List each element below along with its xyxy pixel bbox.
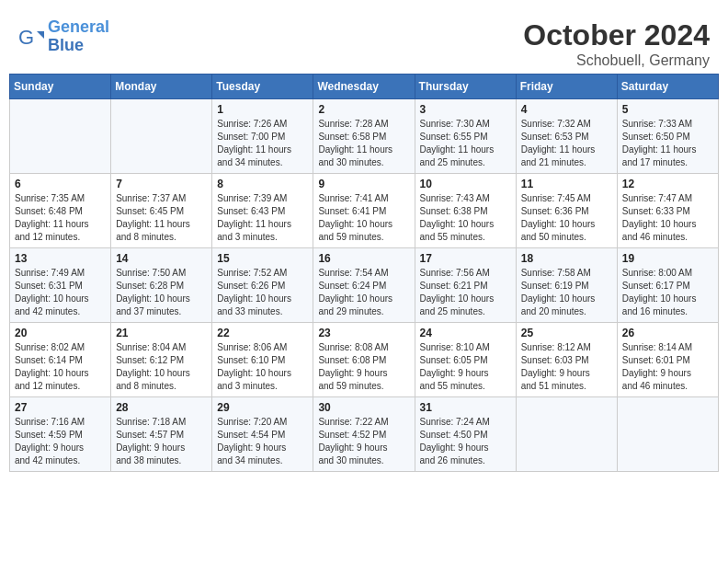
day-info: Sunrise: 7:45 AM Sunset: 6:36 PM Dayligh… <box>521 192 612 244</box>
calendar-cell: 6Sunrise: 7:35 AM Sunset: 6:48 PM Daylig… <box>10 174 111 248</box>
day-number: 11 <box>521 178 612 190</box>
day-number: 6 <box>15 178 106 190</box>
day-number: 31 <box>420 401 511 414</box>
calendar-cell <box>111 99 212 174</box>
calendar-cell: 21Sunrise: 8:04 AM Sunset: 6:12 PM Dayli… <box>111 323 212 397</box>
calendar-cell: 1Sunrise: 7:26 AM Sunset: 7:00 PM Daylig… <box>212 99 313 174</box>
calendar-cell: 17Sunrise: 7:56 AM Sunset: 6:21 PM Dayli… <box>415 248 516 323</box>
calendar-cell: 24Sunrise: 8:10 AM Sunset: 6:05 PM Dayli… <box>415 323 516 397</box>
day-number: 10 <box>420 178 511 190</box>
calendar-table: SundayMondayTuesdayWednesdayThursdayFrid… <box>9 74 719 472</box>
month-title: October 2024 <box>523 18 710 52</box>
day-info: Sunrise: 8:10 AM Sunset: 6:05 PM Dayligh… <box>420 341 511 393</box>
day-number: 24 <box>420 327 511 339</box>
day-info: Sunrise: 7:43 AM Sunset: 6:38 PM Dayligh… <box>420 192 511 244</box>
calendar-week-5: 27Sunrise: 7:16 AM Sunset: 4:59 PM Dayli… <box>10 397 719 472</box>
day-number: 25 <box>521 327 612 339</box>
day-info: Sunrise: 7:52 AM Sunset: 6:26 PM Dayligh… <box>217 267 308 318</box>
day-info: Sunrise: 7:33 AM Sunset: 6:50 PM Dayligh… <box>622 118 713 169</box>
day-number: 20 <box>15 327 106 339</box>
day-info: Sunrise: 7:37 AM Sunset: 6:45 PM Dayligh… <box>116 192 207 244</box>
day-number: 4 <box>521 103 612 116</box>
day-info: Sunrise: 7:39 AM Sunset: 6:43 PM Dayligh… <box>217 192 308 244</box>
day-number: 30 <box>318 401 409 414</box>
calendar-cell: 30Sunrise: 7:22 AM Sunset: 4:52 PM Dayli… <box>313 397 415 472</box>
calendar-cell: 11Sunrise: 7:45 AM Sunset: 6:36 PM Dayli… <box>516 174 617 248</box>
day-header-monday: Monday <box>111 75 212 99</box>
calendar-cell: 9Sunrise: 7:41 AM Sunset: 6:41 PM Daylig… <box>313 174 415 248</box>
calendar-cell: 16Sunrise: 7:54 AM Sunset: 6:24 PM Dayli… <box>313 248 415 323</box>
svg-text:G: G <box>18 26 34 49</box>
day-header-thursday: Thursday <box>415 75 516 99</box>
day-number: 3 <box>420 103 511 116</box>
day-info: Sunrise: 7:47 AM Sunset: 6:33 PM Dayligh… <box>622 192 713 244</box>
day-number: 2 <box>318 103 409 116</box>
calendar-cell: 19Sunrise: 8:00 AM Sunset: 6:17 PM Dayli… <box>617 248 718 323</box>
day-number: 16 <box>318 252 409 265</box>
logo: G General Blue <box>18 18 109 55</box>
day-number: 21 <box>116 327 207 339</box>
day-number: 18 <box>521 252 612 265</box>
day-header-wednesday: Wednesday <box>313 75 415 99</box>
calendar-cell: 29Sunrise: 7:20 AM Sunset: 4:54 PM Dayli… <box>212 397 313 472</box>
calendar-week-4: 20Sunrise: 8:02 AM Sunset: 6:14 PM Dayli… <box>10 323 719 397</box>
calendar-cell: 2Sunrise: 7:28 AM Sunset: 6:58 PM Daylig… <box>313 99 415 174</box>
day-info: Sunrise: 7:54 AM Sunset: 6:24 PM Dayligh… <box>318 267 409 318</box>
calendar-cell: 31Sunrise: 7:24 AM Sunset: 4:50 PM Dayli… <box>415 397 516 472</box>
calendar-cell: 4Sunrise: 7:32 AM Sunset: 6:53 PM Daylig… <box>516 99 617 174</box>
day-info: Sunrise: 8:12 AM Sunset: 6:03 PM Dayligh… <box>521 341 612 393</box>
day-info: Sunrise: 7:30 AM Sunset: 6:55 PM Dayligh… <box>420 118 511 169</box>
calendar-week-3: 13Sunrise: 7:49 AM Sunset: 6:31 PM Dayli… <box>10 248 719 323</box>
calendar-cell: 8Sunrise: 7:39 AM Sunset: 6:43 PM Daylig… <box>212 174 313 248</box>
calendar-week-1: 1Sunrise: 7:26 AM Sunset: 7:00 PM Daylig… <box>10 99 719 174</box>
calendar-cell: 13Sunrise: 7:49 AM Sunset: 6:31 PM Dayli… <box>10 248 111 323</box>
day-info: Sunrise: 8:04 AM Sunset: 6:12 PM Dayligh… <box>116 341 207 393</box>
logo-text: General Blue <box>48 18 109 55</box>
day-number: 5 <box>622 103 713 116</box>
day-number: 12 <box>622 178 713 190</box>
day-info: Sunrise: 7:58 AM Sunset: 6:19 PM Dayligh… <box>521 267 612 318</box>
day-info: Sunrise: 8:06 AM Sunset: 6:10 PM Dayligh… <box>217 341 308 393</box>
page-header: G General Blue October 2024 Schobuell, G… <box>9 9 719 74</box>
day-number: 23 <box>318 327 409 339</box>
day-info: Sunrise: 8:08 AM Sunset: 6:08 PM Dayligh… <box>318 341 409 393</box>
calendar-cell: 28Sunrise: 7:18 AM Sunset: 4:57 PM Dayli… <box>111 397 212 472</box>
day-number: 7 <box>116 178 207 190</box>
day-info: Sunrise: 7:28 AM Sunset: 6:58 PM Dayligh… <box>318 118 409 169</box>
calendar-week-2: 6Sunrise: 7:35 AM Sunset: 6:48 PM Daylig… <box>10 174 719 248</box>
day-header-tuesday: Tuesday <box>212 75 313 99</box>
calendar-cell: 15Sunrise: 7:52 AM Sunset: 6:26 PM Dayli… <box>212 248 313 323</box>
calendar-cell: 14Sunrise: 7:50 AM Sunset: 6:28 PM Dayli… <box>111 248 212 323</box>
day-info: Sunrise: 8:00 AM Sunset: 6:17 PM Dayligh… <box>622 267 713 318</box>
day-number: 9 <box>318 178 409 190</box>
day-header-sunday: Sunday <box>10 75 111 99</box>
calendar-cell: 3Sunrise: 7:30 AM Sunset: 6:55 PM Daylig… <box>415 99 516 174</box>
day-number: 26 <box>622 327 713 339</box>
day-info: Sunrise: 7:16 AM Sunset: 4:59 PM Dayligh… <box>15 416 106 467</box>
calendar-cell: 7Sunrise: 7:37 AM Sunset: 6:45 PM Daylig… <box>111 174 212 248</box>
calendar-cell: 26Sunrise: 8:14 AM Sunset: 6:01 PM Dayli… <box>617 323 718 397</box>
day-number: 19 <box>622 252 713 265</box>
day-header-saturday: Saturday <box>617 75 718 99</box>
calendar-cell: 23Sunrise: 8:08 AM Sunset: 6:08 PM Dayli… <box>313 323 415 397</box>
day-info: Sunrise: 7:50 AM Sunset: 6:28 PM Dayligh… <box>116 267 207 318</box>
day-number: 14 <box>116 252 207 265</box>
calendar-cell: 5Sunrise: 7:33 AM Sunset: 6:50 PM Daylig… <box>617 99 718 174</box>
day-number: 17 <box>420 252 511 265</box>
calendar-header-row: SundayMondayTuesdayWednesdayThursdayFrid… <box>10 75 719 99</box>
day-info: Sunrise: 7:18 AM Sunset: 4:57 PM Dayligh… <box>116 416 207 467</box>
day-info: Sunrise: 7:20 AM Sunset: 4:54 PM Dayligh… <box>217 416 308 467</box>
day-number: 8 <box>217 178 308 190</box>
day-info: Sunrise: 7:26 AM Sunset: 7:00 PM Dayligh… <box>217 118 308 169</box>
calendar-cell: 10Sunrise: 7:43 AM Sunset: 6:38 PM Dayli… <box>415 174 516 248</box>
day-number: 22 <box>217 327 308 339</box>
logo-icon: G <box>18 24 44 50</box>
title-block: October 2024 Schobuell, Germany <box>523 18 710 69</box>
day-info: Sunrise: 7:49 AM Sunset: 6:31 PM Dayligh… <box>15 267 106 318</box>
day-number: 28 <box>116 401 207 414</box>
calendar-cell: 27Sunrise: 7:16 AM Sunset: 4:59 PM Dayli… <box>10 397 111 472</box>
day-info: Sunrise: 7:32 AM Sunset: 6:53 PM Dayligh… <box>521 118 612 169</box>
day-info: Sunrise: 7:24 AM Sunset: 4:50 PM Dayligh… <box>420 416 511 467</box>
day-info: Sunrise: 8:14 AM Sunset: 6:01 PM Dayligh… <box>622 341 713 393</box>
day-info: Sunrise: 7:56 AM Sunset: 6:21 PM Dayligh… <box>420 267 511 318</box>
